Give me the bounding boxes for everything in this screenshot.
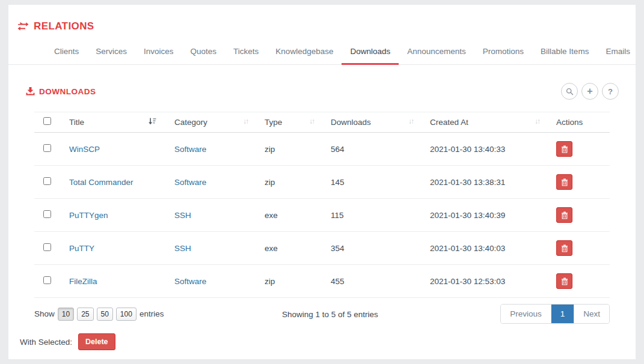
table-row: WinSCP Software zip 564 2021-01-30 13:40… [34, 133, 610, 166]
tab-clients[interactable]: Clients [46, 41, 87, 65]
tab-announcements[interactable]: Announcements [399, 41, 474, 65]
pagination-previous[interactable]: Previous [501, 305, 551, 323]
show-label: Show [34, 309, 55, 318]
delete-row-button[interactable] [556, 240, 572, 256]
trash-icon [561, 244, 568, 252]
help-button[interactable]: ? [602, 83, 619, 100]
table-footer: Show 10 25 50 100 entries Showing 1 to 5… [34, 304, 610, 324]
delete-row-button[interactable] [556, 273, 572, 289]
sort-desc-icon [149, 118, 156, 127]
page-header: RELATIONS [8, 5, 636, 32]
downloads-count-cell: 145 [320, 166, 419, 199]
page-length-50[interactable]: 50 [97, 308, 113, 321]
tab-knowledgebase[interactable]: Knowledgebase [267, 41, 342, 65]
tab-services[interactable]: Services [87, 41, 135, 65]
sort-both-icon: ↓↑ [408, 117, 413, 126]
download-title-link[interactable]: Total Commander [69, 178, 133, 187]
exchange-icon [17, 22, 29, 31]
download-title-link[interactable]: PuTTYgen [69, 211, 108, 220]
category-link[interactable]: SSH [174, 211, 191, 220]
download-icon [26, 87, 35, 96]
toolbar: + ? [561, 83, 619, 100]
search-icon [566, 88, 574, 96]
row-checkbox[interactable] [43, 144, 51, 152]
search-button[interactable] [561, 83, 578, 100]
downloads-count-cell: 354 [320, 232, 419, 265]
downloads-count-cell: 115 [320, 199, 419, 232]
entries-label: entries [140, 309, 164, 318]
column-header-downloads[interactable]: Downloads ↓↑ [320, 112, 419, 133]
sort-both-icon: ↓↑ [535, 117, 539, 126]
tab-promotions[interactable]: Promotions [474, 41, 532, 65]
table-row: PuTTYgen SSH exe 115 2021-01-30 13:40:39 [34, 199, 610, 232]
table-header-row: Title Category ↓↑ [34, 112, 610, 133]
category-link[interactable]: SSH [174, 244, 191, 253]
table-row: Total Commander Software zip 145 2021-01… [34, 166, 610, 199]
row-checkbox[interactable] [43, 210, 51, 218]
sort-both-icon: ↓↑ [243, 117, 248, 126]
delete-row-button[interactable] [556, 141, 572, 157]
table-info: Showing 1 to 5 of 5 entries [282, 310, 378, 319]
table-row: FileZilla Software zip 455 2021-01-30 12… [34, 265, 610, 298]
created-at-cell: 2021-01-30 13:40:33 [419, 133, 545, 166]
downloads-table: Title Category ↓↑ [34, 112, 610, 298]
trash-icon [561, 145, 568, 153]
row-checkbox[interactable] [43, 243, 51, 251]
created-at-cell: 2021-01-30 13:40:03 [419, 232, 545, 265]
page-length-100[interactable]: 100 [116, 308, 136, 321]
table-row: PuTTY SSH exe 354 2021-01-30 13:40:03 [34, 232, 610, 265]
pagination: Previous 1 Next [500, 304, 610, 324]
column-header-title[interactable]: Title [58, 112, 164, 133]
row-checkbox[interactable] [43, 276, 51, 284]
tab-quotes[interactable]: Quotes [182, 41, 225, 65]
sort-both-icon: ↓↑ [309, 117, 314, 126]
created-at-cell: 2021-01-30 12:53:03 [419, 265, 545, 298]
created-at-cell: 2021-01-30 13:38:31 [419, 166, 545, 199]
delete-row-button[interactable] [556, 174, 572, 190]
with-selected-label: With Selected: [20, 338, 72, 347]
page-length-control: Show 10 25 50 100 entries [34, 308, 164, 321]
type-cell: zip [254, 166, 320, 199]
column-header-actions: Actions [545, 112, 610, 133]
trash-icon [561, 178, 568, 186]
delete-row-button[interactable] [556, 207, 572, 223]
tab-bar: Clients Services Invoices Quotes Tickets… [8, 41, 636, 65]
trash-icon [561, 278, 568, 285]
select-all-checkbox[interactable] [43, 117, 51, 125]
download-title-link[interactable]: PuTTY [69, 244, 94, 253]
category-link[interactable]: Software [174, 145, 206, 154]
type-cell: zip [254, 133, 320, 166]
plus-icon: + [587, 86, 592, 96]
download-title-link[interactable]: WinSCP [69, 145, 100, 154]
category-link[interactable]: Software [174, 178, 206, 187]
section-title: DOWNLOADS [26, 87, 96, 96]
content-card: RELATIONS Clients Services Invoices Quot… [8, 5, 636, 359]
tab-billable-items[interactable]: Billable Items [532, 41, 597, 65]
tab-tickets[interactable]: Tickets [225, 41, 267, 65]
type-cell: exe [254, 232, 320, 265]
with-selected-row: With Selected: Delete [20, 333, 636, 350]
section-header-row: DOWNLOADS + ? [26, 83, 619, 100]
column-header-type[interactable]: Type ↓↑ [254, 112, 320, 133]
type-cell: zip [254, 265, 320, 298]
column-header-category[interactable]: Category ↓↑ [164, 112, 254, 133]
add-button[interactable]: + [581, 83, 598, 100]
delete-selected-button[interactable]: Delete [78, 333, 115, 350]
question-icon: ? [608, 87, 613, 96]
select-all-header [34, 112, 58, 133]
row-checkbox[interactable] [43, 177, 51, 185]
page-length-25[interactable]: 25 [77, 308, 93, 321]
tab-emails[interactable]: Emails [597, 41, 639, 65]
category-link[interactable]: Software [174, 277, 206, 286]
page-title: RELATIONS [34, 20, 94, 32]
tab-invoices[interactable]: Invoices [135, 41, 182, 65]
pagination-page-1[interactable]: 1 [551, 305, 575, 323]
download-title-link[interactable]: FileZilla [69, 277, 97, 286]
downloads-count-cell: 564 [320, 133, 419, 166]
page-length-10[interactable]: 10 [58, 308, 74, 321]
downloads-count-cell: 455 [320, 265, 419, 298]
pagination-next[interactable]: Next [574, 305, 609, 323]
trash-icon [561, 211, 568, 219]
tab-downloads[interactable]: Downloads [342, 41, 399, 65]
column-header-created-at[interactable]: Created At ↓↑ [419, 112, 545, 133]
